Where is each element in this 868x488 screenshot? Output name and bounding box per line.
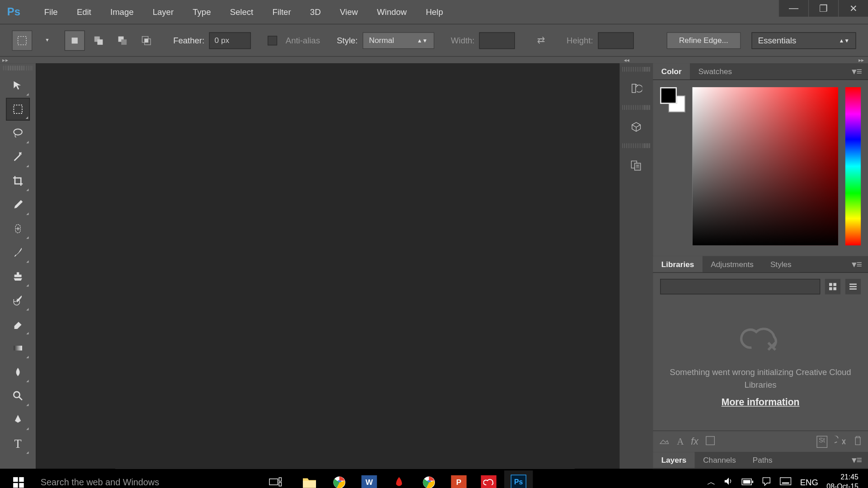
color-picker-field[interactable] — [693, 87, 838, 245]
powerpoint-app[interactable]: P — [444, 470, 473, 488]
properties-panel-icon[interactable] — [626, 154, 647, 176]
selection-intersect-button[interactable] — [136, 30, 156, 51]
workspace-select[interactable]: Essentials▲▼ — [751, 32, 856, 49]
list-view-icon[interactable] — [845, 279, 861, 294]
minimize-button[interactable]: — — [778, 0, 808, 17]
brush-tool[interactable] — [6, 241, 30, 264]
marquee-tool[interactable] — [6, 98, 30, 121]
menu-help[interactable]: Help — [416, 0, 453, 24]
3d-panel-icon[interactable] — [626, 116, 647, 137]
close-button[interactable]: ✕ — [838, 0, 868, 17]
canvas-area[interactable] — [36, 63, 619, 469]
menu-3d[interactable]: 3D — [301, 0, 330, 24]
history-brush-tool[interactable] — [6, 289, 30, 312]
history-panel-icon[interactable] — [626, 78, 647, 99]
foreground-color-swatch[interactable] — [660, 87, 677, 104]
volume-icon[interactable] — [724, 476, 733, 488]
creative-cloud-app[interactable] — [474, 470, 503, 488]
keyboard-icon[interactable] — [780, 477, 792, 487]
lasso-tool[interactable] — [6, 122, 30, 145]
start-button[interactable] — [4, 470, 33, 488]
clock[interactable]: 21:45 08-Oct-15 — [826, 473, 859, 488]
eraser-tool[interactable] — [6, 313, 30, 335]
unknown-red-app[interactable] — [385, 470, 413, 488]
paths-tab[interactable]: Paths — [744, 452, 781, 468]
libraries-panel-menu-icon[interactable]: ▾≡ — [846, 256, 868, 272]
menu-select[interactable]: Select — [221, 0, 263, 24]
type-tool[interactable]: T — [6, 432, 30, 455]
clone-stamp-tool[interactable] — [6, 265, 30, 288]
menu-view[interactable]: View — [330, 0, 368, 24]
strip-grip-icon-3[interactable] — [623, 143, 650, 148]
photoshop-app[interactable]: Ps — [504, 470, 533, 488]
menu-window[interactable]: Window — [368, 0, 416, 24]
selection-add-button[interactable] — [89, 30, 109, 51]
style-select[interactable]: Normal▲▼ — [363, 32, 434, 49]
styles-tab[interactable]: Styles — [762, 256, 800, 272]
battery-icon[interactable] — [741, 477, 753, 487]
channels-tab[interactable]: Channels — [695, 452, 745, 468]
hue-slider[interactable] — [845, 87, 861, 245]
libraries-tab[interactable]: Libraries — [653, 256, 703, 272]
language-indicator[interactable]: ENG — [800, 477, 818, 487]
collapse-panels-icon[interactable]: ◂◂ — [620, 57, 630, 63]
tools-grip-icon[interactable] — [3, 66, 33, 70]
layers-panel-menu-icon[interactable]: ▾≡ — [846, 452, 868, 468]
healing-brush-tool[interactable] — [6, 217, 30, 240]
maximize-button[interactable]: ❐ — [808, 0, 838, 17]
add-layer-style-icon[interactable]: fx — [691, 436, 698, 447]
magic-wand-tool[interactable] — [6, 145, 30, 168]
add-graphic-icon[interactable] — [659, 435, 670, 448]
add-color-icon[interactable] — [706, 436, 715, 447]
layers-tab[interactable]: Layers — [653, 452, 694, 468]
color-tab[interactable]: Color — [653, 63, 690, 80]
selection-new-button[interactable] — [65, 30, 85, 51]
expand-panels-icon[interactable]: ▸▸ — [859, 57, 868, 63]
current-tool-icon[interactable] — [12, 30, 32, 51]
feather-input[interactable] — [209, 32, 251, 49]
strip-grip-icon[interactable] — [623, 67, 650, 72]
crop-tool[interactable] — [6, 169, 30, 192]
more-information-link[interactable]: More information — [722, 397, 800, 408]
blur-tool[interactable] — [6, 361, 30, 383]
menu-type[interactable]: Type — [183, 0, 220, 24]
menu-file[interactable]: File — [35, 0, 67, 24]
color-panel-tabs: Color Swatches ▾≡ — [653, 63, 868, 80]
refine-edge-button[interactable]: Refine Edge... — [666, 32, 741, 49]
library-select[interactable] — [660, 279, 820, 294]
tray-overflow-icon[interactable]: ︿ — [707, 477, 715, 488]
sync-icon[interactable] — [835, 436, 846, 447]
move-tool[interactable] — [6, 74, 30, 97]
pen-tool[interactable] — [6, 408, 30, 431]
stock-icon[interactable]: St — [816, 436, 827, 447]
gradient-tool[interactable] — [6, 337, 30, 359]
word-app[interactable]: W — [355, 470, 383, 488]
grid-view-icon[interactable] — [825, 279, 840, 294]
swap-dimensions-icon[interactable]: ⇄ — [532, 31, 550, 49]
file-explorer-app[interactable] — [295, 470, 324, 488]
expander-bar: ▸▸ ◂◂ ▸▸ — [0, 56, 868, 63]
expand-tools-icon[interactable]: ▸▸ — [0, 57, 36, 64]
strip-grip-icon-2[interactable] — [623, 105, 650, 110]
color-panel-menu-icon[interactable]: ▾≡ — [846, 63, 868, 80]
swatches-tab[interactable]: Swatches — [690, 63, 740, 80]
eyedropper-tool[interactable] — [6, 193, 30, 216]
adjustments-tab[interactable]: Adjustments — [703, 256, 762, 272]
foreground-background-swatches[interactable] — [660, 87, 685, 112]
menu-image[interactable]: Image — [101, 0, 143, 24]
tool-preset-dropdown-icon[interactable]: ▼ — [37, 38, 57, 43]
menu-edit[interactable]: Edit — [67, 0, 101, 24]
trash-icon[interactable] — [854, 436, 862, 447]
add-character-style-icon[interactable]: A — [677, 436, 684, 447]
selection-subtract-button[interactable] — [112, 30, 132, 51]
menu-filter[interactable]: Filter — [263, 0, 300, 24]
menu-layer[interactable]: Layer — [143, 0, 184, 24]
zoom-tool[interactable] — [6, 385, 30, 407]
antialias-checkbox[interactable] — [268, 36, 277, 45]
task-view-button[interactable] — [260, 470, 290, 488]
svg-rect-29 — [269, 479, 278, 484]
taskbar-search[interactable]: Search the web and Windows — [33, 477, 260, 487]
chrome-app-1[interactable] — [325, 470, 354, 488]
chrome-app-2[interactable] — [415, 470, 443, 488]
action-center-icon[interactable] — [762, 476, 771, 488]
